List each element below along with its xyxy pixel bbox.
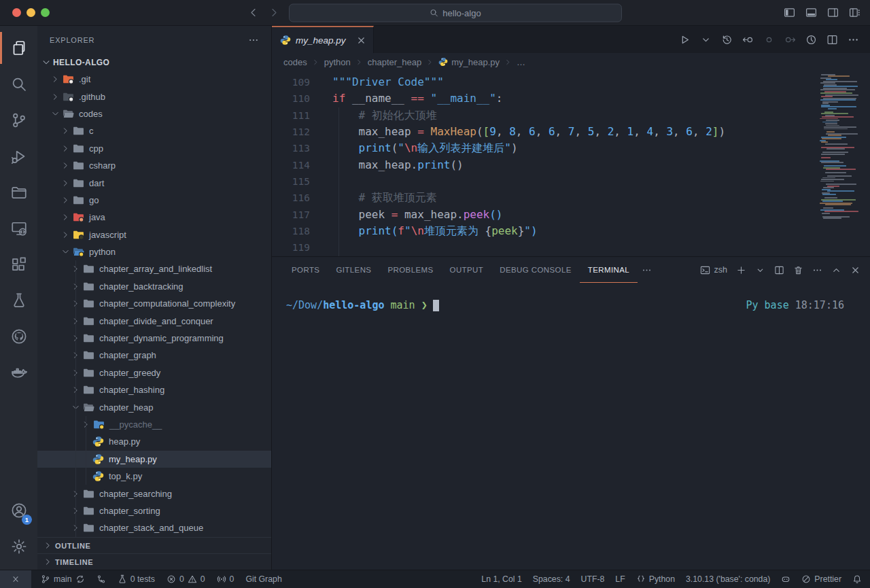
tree-item-chapter-graph[interactable]: chapter_graph: [37, 347, 271, 364]
tab-my-heap[interactable]: my_heap.py: [272, 26, 374, 53]
tree-item-chapter-computational-complexity[interactable]: chapter_computational_complexity: [37, 295, 271, 312]
status-git-graph[interactable]: Git Graph: [245, 574, 281, 584]
tree-item-dart[interactable]: dart: [37, 174, 271, 191]
toggle-panel-button[interactable]: [805, 7, 817, 18]
breadcrumb-item[interactable]: chapter_heap: [368, 57, 422, 67]
tree-item-chapter-dynamic-programming[interactable]: chapter_dynamic_programming: [37, 330, 271, 347]
activity-bar-item-github[interactable]: [0, 318, 37, 354]
tree-item--git[interactable]: .git: [37, 71, 271, 88]
more-actions-button[interactable]: [848, 34, 859, 46]
tree-item-javascript[interactable]: javascript: [37, 226, 271, 243]
previous-change-button[interactable]: [742, 34, 754, 46]
back-icon[interactable]: [248, 7, 259, 18]
activity-bar-item-project-explorer[interactable]: [0, 174, 37, 210]
run-button[interactable]: [679, 34, 691, 46]
toggle-primary-sidebar-button[interactable]: [784, 7, 795, 18]
status-branch-status[interactable]: main: [41, 574, 85, 584]
tree-item-chapter-searching[interactable]: chapter_searching: [37, 485, 271, 502]
close-panel-icon[interactable]: [850, 265, 860, 275]
file-history-button[interactable]: [721, 34, 733, 46]
tree-item-codes[interactable]: codes: [37, 105, 271, 122]
revert-change-button[interactable]: [763, 34, 775, 46]
timeline-section[interactable]: TIMELINE: [37, 553, 271, 570]
tree-item-top-k-py[interactable]: top_k.py: [37, 468, 271, 485]
tree-item-c[interactable]: c: [37, 122, 271, 139]
close-window-button[interactable]: [12, 8, 21, 17]
breadcrumb-item[interactable]: python: [324, 57, 351, 67]
terminal-shell-selector[interactable]: zsh: [700, 265, 727, 275]
tree-item-chapter-heap[interactable]: chapter_heap: [37, 398, 271, 415]
code-editor[interactable]: 109"""Driver Code"""110if __name__ == "_…: [272, 71, 870, 256]
panel-tab-debug-console[interactable]: DEBUG CONSOLE: [491, 257, 580, 283]
tree-item-heap-py[interactable]: heap.py: [37, 433, 271, 450]
kill-terminal-button[interactable]: [793, 265, 803, 275]
sidebar-more-actions-icon[interactable]: [248, 35, 259, 46]
activity-bar-item-extensions[interactable]: [0, 246, 37, 282]
terminal-dropdown-icon[interactable]: [755, 265, 765, 275]
tree-item-chapter-stack-and-queue[interactable]: chapter_stack_and_queue: [37, 519, 271, 536]
activity-bar-item-search[interactable]: [0, 66, 37, 102]
status-eol[interactable]: LF: [615, 574, 625, 584]
maximize-panel-icon[interactable]: [831, 265, 841, 275]
activity-bar-item-accounts[interactable]: 1: [0, 492, 37, 528]
status-test-status[interactable]: 0 tests: [118, 574, 155, 584]
panel-tab-problems[interactable]: PROBLEMS: [379, 257, 441, 283]
tree-item-chapter-divide-and-conquer[interactable]: chapter_divide_and_conquer: [37, 312, 271, 329]
tree-item-csharp[interactable]: csharp: [37, 157, 271, 174]
breadcrumb-item[interactable]: …: [517, 57, 525, 67]
minimap[interactable]: [818, 74, 863, 220]
tree-item-chapter-array-and-linkedlist[interactable]: chapter_array_and_linkedlist: [37, 260, 271, 277]
status-language-mode[interactable]: Python: [636, 574, 675, 584]
tree-item-chapter-backtracking[interactable]: chapter_backtracking: [37, 278, 271, 295]
status-encoding[interactable]: UTF-8: [581, 574, 605, 584]
tree-item--pycache-[interactable]: __pycache__: [37, 416, 271, 433]
split-terminal-button[interactable]: [774, 265, 784, 275]
panel-tab-terminal[interactable]: TERMINAL: [580, 257, 638, 283]
zoom-window-button[interactable]: [41, 8, 50, 17]
activity-bar-item-settings[interactable]: [0, 528, 37, 564]
activity-bar-item-source-control[interactable]: [0, 102, 37, 138]
tree-item-go[interactable]: go: [37, 192, 271, 209]
status-python-interpreter[interactable]: 3.10.13 ('base': conda): [686, 574, 770, 584]
tree-item-java[interactable]: java: [37, 209, 271, 226]
panel-tab-ports[interactable]: PORTS: [283, 257, 328, 283]
status-prettier[interactable]: Prettier: [801, 574, 841, 584]
tree-item-cpp[interactable]: cpp: [37, 140, 271, 157]
activity-bar-item-docker[interactable]: [0, 354, 37, 390]
next-change-button[interactable]: [784, 34, 796, 46]
tree-item-python[interactable]: python: [37, 243, 271, 260]
breadcrumb-item[interactable]: my_heap.py: [438, 57, 500, 67]
tree-item-chapter-greedy[interactable]: chapter_greedy: [37, 364, 271, 381]
forward-icon[interactable]: [268, 7, 279, 18]
status-copilot[interactable]: [781, 574, 790, 584]
tree-item-chapter-sorting[interactable]: chapter_sorting: [37, 502, 271, 519]
panel-more-tabs-icon[interactable]: [642, 257, 652, 283]
terminal-content[interactable]: ~/Dow/hello-algo main ❯ Py base 18:17:16: [272, 283, 870, 570]
status-feedback-status[interactable]: 0: [217, 574, 234, 584]
status-notifications[interactable]: [852, 574, 862, 584]
gitlens-graph-button[interactable]: [805, 34, 817, 46]
tree-item--github[interactable]: .github: [37, 88, 271, 105]
customize-layout-button[interactable]: [849, 7, 860, 18]
remote-indicator[interactable]: [0, 570, 31, 588]
command-center-search[interactable]: hello-algo: [289, 3, 622, 22]
panel-tab-output[interactable]: OUTPUT: [442, 257, 492, 283]
activity-bar-item-remote-explorer[interactable]: [0, 210, 37, 246]
activity-bar-item-run-and-debug[interactable]: [0, 138, 37, 174]
status-source-control-compare[interactable]: [97, 574, 106, 584]
panel-more-actions-icon[interactable]: [812, 265, 822, 275]
toggle-secondary-sidebar-button[interactable]: [827, 7, 839, 18]
tree-item-chapter-hashing[interactable]: chapter_hashing: [37, 381, 271, 398]
status-indentation[interactable]: Spaces: 4: [533, 574, 570, 584]
run-dropdown[interactable]: [700, 34, 712, 46]
activity-bar-item-testing[interactable]: [0, 282, 37, 318]
outline-section[interactable]: OUTLINE: [37, 537, 271, 553]
split-editor-button[interactable]: [826, 34, 838, 46]
status-cursor-position[interactable]: Ln 1, Col 1: [481, 574, 521, 584]
workspace-root-item[interactable]: HELLO-ALGO: [37, 54, 271, 71]
minimize-window-button[interactable]: [27, 8, 35, 17]
panel-tab-gitlens[interactable]: GITLENS: [328, 257, 379, 283]
status-problems-status[interactable]: 00: [167, 574, 205, 584]
tree-item-my-heap-py[interactable]: my_heap.py: [37, 451, 271, 468]
breadcrumb-item[interactable]: codes: [283, 57, 307, 67]
